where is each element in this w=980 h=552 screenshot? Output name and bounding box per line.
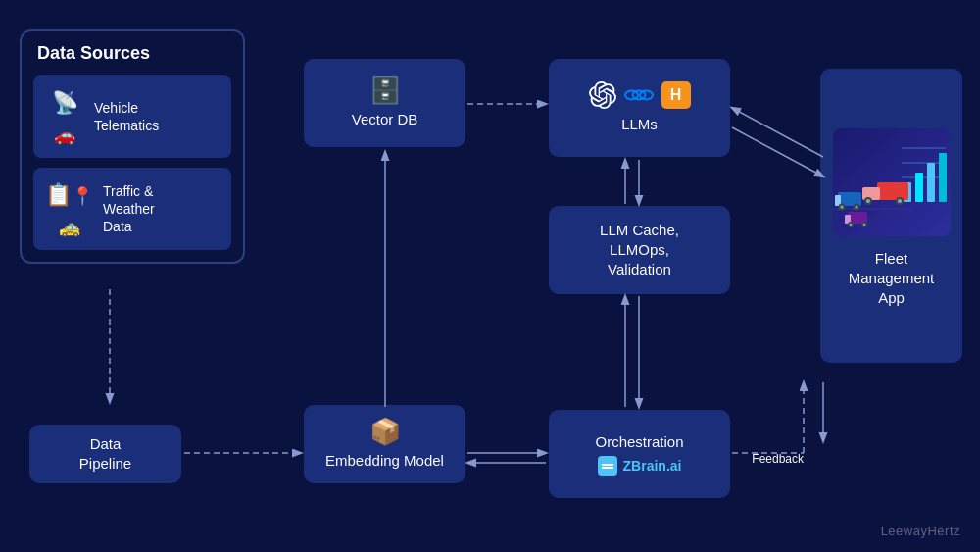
fleet-app-box: FleetManagementApp bbox=[820, 69, 962, 363]
data-sources-title: Data Sources bbox=[33, 43, 231, 64]
llms-label: LLMs bbox=[621, 115, 658, 134]
svg-point-22 bbox=[840, 205, 843, 208]
vector-db-label: Vector DB bbox=[352, 110, 418, 129]
svg-rect-13 bbox=[877, 182, 908, 200]
orchestration-box: Orchestration ZBrain.ai bbox=[549, 410, 730, 498]
data-pipeline-label: DataPipeline bbox=[79, 434, 131, 475]
vehicle-telematics-icon: 📡 🚗 bbox=[45, 85, 84, 148]
feedback-label: Feedback bbox=[752, 452, 804, 466]
llm-cache-box: LLM Cache,LLMOps,Validation bbox=[549, 206, 730, 294]
svg-rect-12 bbox=[939, 153, 947, 202]
fleet-svg bbox=[833, 128, 951, 236]
svg-point-24 bbox=[855, 205, 858, 208]
mistral-icon: H bbox=[662, 81, 691, 109]
svg-point-28 bbox=[849, 223, 851, 225]
diagram: Data Sources 📡 🚗 VehicleTelematics 📋📍 🚕 … bbox=[0, 0, 980, 552]
llms-icons: H bbox=[589, 81, 691, 109]
svg-point-30 bbox=[862, 223, 864, 225]
data-sources-container: Data Sources 📡 🚗 VehicleTelematics 📋📍 🚕 … bbox=[20, 29, 245, 264]
zbrain-row: ZBrain.ai bbox=[598, 456, 682, 476]
zbrain-text: ZBrain.ai bbox=[623, 458, 682, 474]
vehicle-telematics-label: VehicleTelematics bbox=[94, 99, 159, 134]
zbrain-logo-icon bbox=[598, 456, 617, 476]
data-pipeline-box: DataPipeline bbox=[29, 425, 181, 483]
fleet-illustration bbox=[833, 124, 951, 241]
llms-box: H LLMs bbox=[549, 59, 730, 157]
watermark: LeewayHertz bbox=[881, 524, 960, 538]
svg-rect-4 bbox=[602, 467, 613, 469]
vector-db-box: 🗄️ Vector DB bbox=[304, 59, 466, 147]
svg-rect-10 bbox=[915, 173, 923, 202]
fleet-to-llms bbox=[732, 108, 823, 157]
fleet-app-label: FleetManagementApp bbox=[849, 249, 935, 309]
embedding-model-label: Embedding Model bbox=[325, 451, 444, 471]
vehicle-telematics-card: 📡 🚗 VehicleTelematics bbox=[33, 75, 231, 158]
traffic-weather-icon: 📋📍 🚕 bbox=[45, 177, 93, 240]
meta-icon bbox=[624, 85, 654, 105]
llms-to-fleet bbox=[732, 127, 823, 176]
svg-rect-14 bbox=[862, 187, 880, 200]
svg-point-18 bbox=[898, 199, 902, 203]
svg-rect-11 bbox=[927, 163, 935, 202]
svg-rect-3 bbox=[602, 464, 613, 466]
embedding-model-icon: 📦 bbox=[369, 417, 401, 447]
openai-icon bbox=[589, 81, 616, 109]
svg-point-16 bbox=[866, 199, 870, 203]
traffic-weather-label: Traffic &WeatherData bbox=[103, 182, 155, 236]
llm-cache-label: LLM Cache,LLMOps,Validation bbox=[600, 221, 679, 280]
traffic-weather-card: 📋📍 🚕 Traffic &WeatherData bbox=[33, 168, 231, 250]
vector-db-icon: 🗄️ bbox=[369, 75, 401, 106]
embedding-model-box: 📦 Embedding Model bbox=[304, 405, 466, 483]
orchestration-label: Orchestration bbox=[595, 432, 683, 452]
